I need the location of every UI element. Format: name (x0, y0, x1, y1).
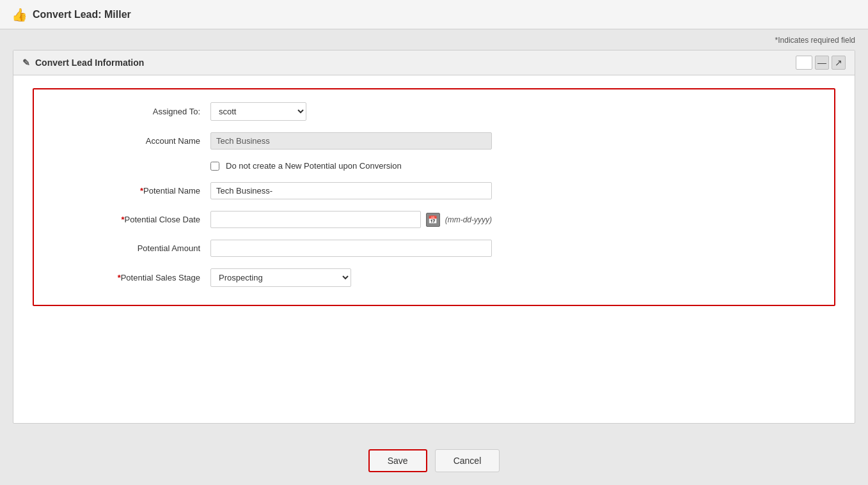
account-name-row: Account Name (59, 132, 809, 150)
assigned-to-field: scott admin manager (210, 102, 492, 121)
page-title: Convert Lead: Miller (33, 9, 131, 20)
account-name-input (210, 132, 492, 150)
title-bar: 👍 Convert Lead: Miller (0, 0, 868, 29)
no-new-potential-label[interactable]: Do not create a New Potential upon Conve… (226, 161, 402, 171)
required-field-note: *Indicates required field (13, 36, 855, 45)
panel-header-left: ✎ Convert Lead Information (22, 58, 144, 68)
potential-name-label: *Potential Name (59, 186, 200, 196)
expand-button[interactable]: ↗ (832, 56, 846, 70)
potential-sales-stage-required-star: * (118, 273, 121, 282)
panel-header: ✎ Convert Lead Information — ↗ (13, 50, 855, 75)
potential-close-date-row: *Potential Close Date 📅 (mm-dd-yyyy) (59, 211, 809, 228)
assigned-to-row: Assigned To: scott admin manager (59, 102, 809, 121)
potential-sales-stage-select[interactable]: Prospecting Qualification Needs Analysis… (210, 268, 351, 287)
potential-sales-stage-row: *Potential Sales Stage Prospecting Quali… (59, 268, 809, 287)
no-new-potential-checkbox[interactable] (210, 162, 219, 171)
convert-lead-panel: ✎ Convert Lead Information — ↗ Assigned … (13, 50, 855, 424)
main-area: *Indicates required field ✎ Convert Lead… (0, 29, 868, 436)
footer: Save Cancel (0, 436, 868, 485)
potential-amount-input[interactable] (210, 240, 492, 257)
account-name-label: Account Name (59, 136, 200, 146)
title-icon: 👍 (12, 7, 28, 22)
edit-icon: ✎ (22, 58, 30, 68)
calendar-icon[interactable]: 📅 (426, 213, 440, 227)
potential-amount-field (210, 240, 492, 257)
date-row: 📅 (mm-dd-yyyy) (210, 211, 492, 228)
potential-sales-stage-label: *Potential Sales Stage (59, 273, 200, 282)
date-hint: (mm-dd-yyyy) (445, 215, 492, 224)
potential-close-date-label: *Potential Close Date (59, 215, 200, 224)
potential-name-required-star: * (140, 186, 143, 196)
account-name-field (210, 132, 492, 150)
potential-name-input[interactable] (210, 182, 492, 199)
panel-body: Assigned To: scott admin manager Account… (13, 75, 855, 423)
color-picker-button[interactable] (796, 56, 812, 70)
form-section: Assigned To: scott admin manager Account… (33, 88, 835, 306)
save-button[interactable]: Save (368, 449, 427, 472)
assigned-to-label: Assigned To: (59, 107, 200, 116)
assigned-to-select[interactable]: scott admin manager (210, 102, 306, 121)
potential-amount-row: Potential Amount (59, 240, 809, 257)
potential-close-date-field: 📅 (mm-dd-yyyy) (210, 211, 492, 228)
potential-name-field (210, 182, 492, 199)
potential-close-date-required-star: * (121, 215, 124, 224)
potential-close-date-input[interactable] (210, 211, 421, 228)
minimize-button[interactable]: — (815, 56, 829, 70)
panel-controls: — ↗ (796, 56, 846, 70)
no-new-potential-row: Do not create a New Potential upon Conve… (210, 161, 809, 171)
potential-sales-stage-field: Prospecting Qualification Needs Analysis… (210, 268, 492, 287)
potential-name-row: *Potential Name (59, 182, 809, 199)
cancel-button[interactable]: Cancel (435, 449, 500, 472)
potential-amount-label: Potential Amount (59, 243, 200, 253)
panel-title: Convert Lead Information (35, 58, 144, 68)
